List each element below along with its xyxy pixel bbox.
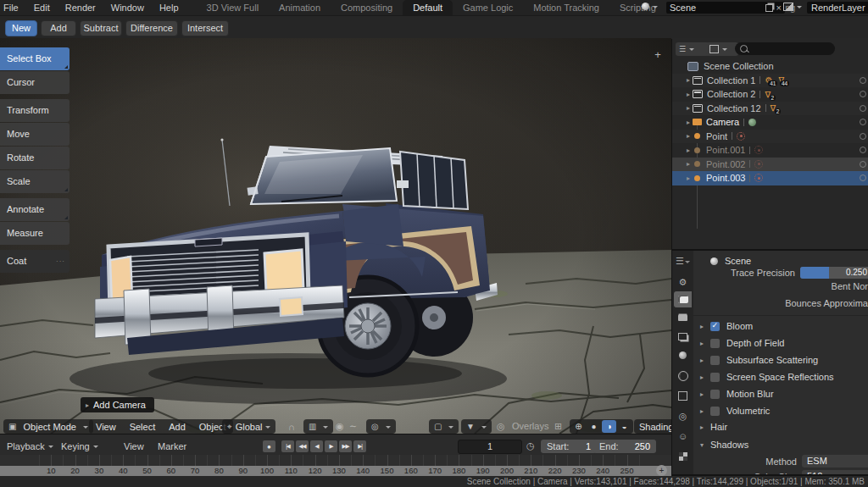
tab-object-icon[interactable]	[674, 388, 692, 404]
close-scene-icon[interactable]: ×	[776, 3, 782, 13]
section-hair[interactable]: ▸ Hair	[693, 419, 868, 434]
outliner-row-point-003[interactable]: ▸ Point.003	[672, 171, 868, 185]
tab-scene-icon[interactable]	[674, 347, 692, 363]
shadow-method-dropdown[interactable]: ESM	[802, 455, 868, 468]
outliner-search-input[interactable]	[735, 42, 835, 55]
scene-browse-button[interactable]	[642, 3, 658, 10]
solid-shading-button[interactable]: ●	[587, 420, 601, 433]
section-volumetric[interactable]: ▸ Volumetric	[693, 403, 868, 418]
volumetric-checkbox[interactable]	[710, 407, 720, 416]
rewind-keyframe-button[interactable]: ◀◀	[296, 440, 309, 452]
marker-menu[interactable]: Marker	[158, 440, 186, 453]
editor-type-button[interactable]: ☰	[674, 253, 692, 269]
viewport-scene[interactable]	[0, 38, 671, 434]
outliner-row-scene-collection[interactable]: Scene Collection	[672, 59, 868, 74]
tool-annotate[interactable]: Annotate	[0, 198, 70, 221]
tool-measure[interactable]: Measure	[0, 222, 70, 245]
visibility-icon[interactable]	[860, 147, 866, 153]
expand-icon[interactable]: ▸	[700, 323, 710, 330]
expand-icon[interactable]: ▸	[684, 147, 693, 154]
menu-edit[interactable]: Edit	[26, 0, 58, 15]
menu-add[interactable]: Add	[162, 422, 192, 432]
ssr-checkbox[interactable]	[710, 373, 720, 382]
tool-select-box[interactable]: Select Box	[0, 47, 70, 70]
outliner-row-point[interactable]: ▸ Point	[672, 130, 868, 144]
snap-toggle[interactable]: ∩	[287, 419, 297, 434]
rendered-shading-button[interactable]: ◒	[617, 420, 632, 433]
expand-icon[interactable]: ▸	[684, 104, 693, 112]
expand-icon[interactable]: ▸	[684, 174, 693, 182]
menu-view[interactable]: View	[89, 422, 123, 432]
bool-intersect-button[interactable]: Intersect	[181, 20, 229, 36]
menu-window[interactable]: Window	[103, 0, 152, 15]
tab-animation[interactable]: Animation	[269, 0, 331, 15]
menu-file[interactable]: File	[0, 0, 26, 15]
expand-icon[interactable]: ▸	[700, 407, 710, 415]
sidebar-expand-button[interactable]: +	[651, 48, 665, 62]
outliner-row-point-001[interactable]: ▸ Point.001	[672, 143, 868, 158]
collapse-icon[interactable]: ▾	[700, 441, 710, 449]
pivot-point-selector[interactable]: ▥	[303, 419, 333, 434]
section-depth-of-field[interactable]: ▸ Depth of Field	[693, 335, 868, 351]
wireframe-shading-button[interactable]: ⊕	[571, 420, 586, 433]
tab-output-icon[interactable]	[674, 310, 692, 326]
frame-start-field[interactable]: Start: 1	[541, 440, 597, 453]
outliner-display-mode-button[interactable]: ☰	[676, 42, 709, 56]
expand-icon[interactable]: ▸	[684, 119, 693, 126]
section-bloom[interactable]: ▸ Bloom	[693, 318, 868, 334]
render-layer-browse-button[interactable]	[783, 3, 802, 11]
expand-icon[interactable]: ▸	[700, 390, 710, 398]
timeline-ticks[interactable]	[0, 455, 671, 466]
tool-coat[interactable]: Coat···	[0, 250, 70, 273]
expand-icon[interactable]: ▸	[700, 423, 710, 431]
cube-size-field[interactable]: 512px	[802, 470, 868, 474]
tab-3d-view-full[interactable]: 3D View Full	[197, 0, 270, 15]
bool-subtract-button[interactable]: Subtract	[80, 20, 122, 36]
light-data-icon[interactable]	[737, 132, 745, 141]
light-data-icon[interactable]	[754, 160, 763, 169]
jump-to-end-button[interactable]: ▶|	[353, 440, 366, 452]
timeline-ruler[interactable]: 1020304050607080901001101201301401501601…	[0, 466, 671, 476]
mode-selector[interactable]: ▣ Object Mode	[3, 419, 93, 434]
section-subsurface-scattering[interactable]: ▸ Subsurface Scattering	[693, 352, 868, 368]
viewport-3d[interactable]: Select Box Cursor Transform Move Rotate …	[0, 38, 671, 434]
bool-add-button[interactable]: Add	[41, 20, 76, 36]
visibility-icon[interactable]	[860, 174, 866, 181]
tab-compositing[interactable]: Compositing	[331, 0, 403, 15]
tab-texture-icon[interactable]	[674, 448, 692, 464]
filter-selector[interactable]: ▼	[461, 419, 492, 434]
expand-icon[interactable]: ▸	[700, 340, 710, 347]
light-data-icon[interactable]	[754, 174, 763, 182]
outliner-row-collection-1[interactable]: ▸ Collection 1 ⚙41 ∇44	[672, 74, 868, 88]
dof-checkbox[interactable]	[710, 339, 720, 348]
tab-physics-icon[interactable]: ◎	[674, 408, 692, 424]
outliner-filter-button[interactable]	[706, 42, 738, 56]
stopwatch-icon[interactable]: ◷	[526, 440, 535, 451]
section-shadows[interactable]: ▾ Shadows	[693, 437, 868, 452]
scene-name-field[interactable]: Scene ×	[666, 2, 785, 14]
outliner-row-collection-12[interactable]: ▸ Collection 12 ∇2	[672, 102, 868, 116]
tab-view-layer-icon[interactable]	[674, 329, 692, 345]
tab-motion-tracking[interactable]: Motion Tracking	[523, 0, 609, 15]
sss-checkbox[interactable]	[710, 356, 720, 365]
duplicate-scene-icon[interactable]	[765, 4, 773, 12]
visibility-icon[interactable]	[860, 77, 866, 84]
jump-to-start-button[interactable]: |◀	[281, 440, 294, 452]
add-camera-menu-item[interactable]: ▸ Add Camera	[81, 397, 154, 412]
expand-icon[interactable]: ▸	[684, 76, 693, 84]
tool-cursor[interactable]: Cursor	[0, 71, 70, 94]
current-frame-field[interactable]: 1	[458, 440, 522, 454]
tool-rotate[interactable]: Rotate	[0, 147, 70, 169]
expand-icon[interactable]: ▸	[684, 132, 693, 140]
falloff-selector[interactable]: ∼	[348, 419, 359, 434]
visibility-icon[interactable]	[860, 119, 866, 125]
visibility-icon[interactable]	[860, 91, 866, 97]
snap-target-selector[interactable]: ◎	[366, 419, 396, 434]
play-button[interactable]: ▶	[325, 440, 337, 452]
record-button[interactable]: ●	[263, 440, 275, 452]
tab-particles-icon[interactable]: ☺	[674, 428, 692, 444]
transform-orientation-selector[interactable]: ⌖ Global	[222, 419, 275, 434]
menu-help[interactable]: Help	[152, 0, 186, 15]
tool-transform[interactable]: Transform	[0, 99, 70, 122]
tool-scale[interactable]: Scale	[0, 170, 70, 193]
